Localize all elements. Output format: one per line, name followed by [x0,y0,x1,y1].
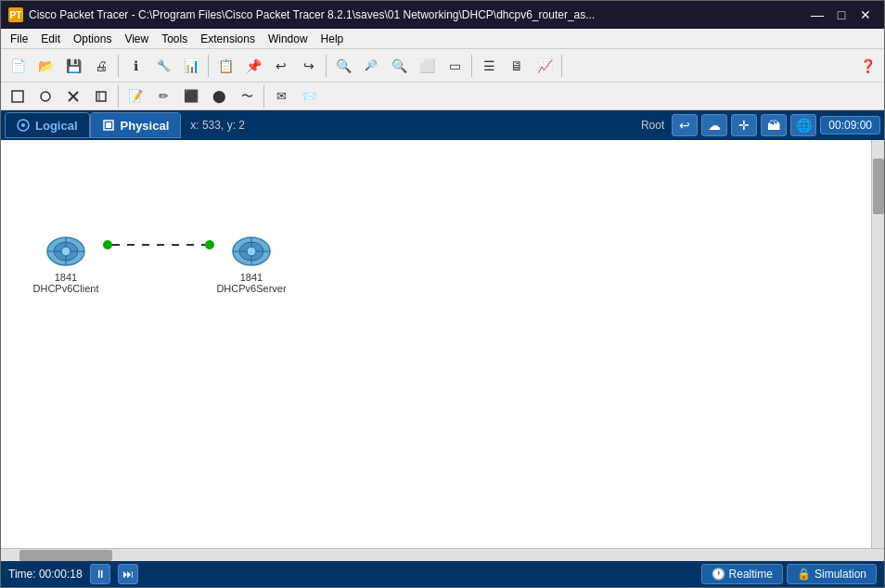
delete-button[interactable] [60,84,86,109]
copy-button[interactable]: 📋 [212,53,238,79]
simulation-label: Simulation [814,568,866,581]
logical-tab-icon [17,119,30,132]
status-bar: Time: 00:00:18 ⏸ ⏭ 🕐 Realtime 🔒 Simulati… [1,561,884,587]
timer-display: 00:09:00 [820,116,880,134]
fit-window-button[interactable]: ⬜ [414,53,440,79]
freehand-button[interactable]: 〜 [234,84,260,109]
toolbar-separator-1 [118,55,119,77]
pdu-button[interactable]: 📊 [178,53,204,79]
close-button[interactable]: ✕ [854,6,877,24]
svg-rect-0 [12,91,23,102]
toolbar-separator-3 [326,55,327,77]
router-svg-client [45,235,87,268]
menu-view[interactable]: View [119,31,154,47]
link-dot-right [205,240,214,249]
svg-rect-4 [96,92,106,101]
status-left: Time: 00:00:18 ⏸ ⏭ [8,564,138,584]
network-diagram: 1841 DHCPv6Client [29,233,289,294]
move-button[interactable]: ✛ [731,114,757,136]
device-dhcpv6server[interactable]: 1841 DHCPv6Server [214,233,289,294]
device-dhcpv6client[interactable]: 1841 DHCPv6Client [29,233,103,294]
horizontal-scroll-thumb[interactable] [19,550,112,561]
physical-tab-icon [102,119,115,132]
tab-physical[interactable]: Physical [90,112,182,138]
clock-icon: 🕐 [712,568,725,581]
network-button[interactable]: 🌐 [790,114,816,136]
canvas-and-scroll: 1841 DHCPv6Client [1,140,884,548]
physical-tab-label: Physical [121,119,170,133]
device-name-server: DHCPv6Server [216,283,286,294]
help-question-button[interactable]: ❓ [854,53,880,79]
window-title: Cisco Packet Tracer - C:\Program Files\C… [29,8,595,21]
forward-button[interactable]: ⏭ [118,564,138,584]
ellipse-button[interactable]: ⬤ [206,84,232,109]
print-button[interactable]: 🖨 [88,53,114,79]
svg-point-14 [61,247,71,256]
menu-edit[interactable]: Edit [35,31,66,47]
menu-help[interactable]: Help [315,31,350,47]
device-model-client: 1841 [55,272,77,283]
resize-button[interactable] [88,84,114,109]
menu-window[interactable]: Window [263,31,314,47]
app-icon: PT [8,7,23,22]
realtime-label: Realtime [729,568,773,581]
realtime-button[interactable]: 🕐 Realtime [701,564,783,584]
svg-point-1 [41,92,50,101]
info-button[interactable]: ℹ [122,53,148,79]
paste-button[interactable]: 📌 [240,53,266,79]
select-tool-button[interactable] [32,84,58,109]
router-icon-client [43,233,89,270]
maximize-button[interactable]: □ [830,6,853,24]
pdu2-button[interactable]: ☰ [476,53,502,79]
vertical-scrollbar[interactable] [871,140,884,548]
sim-icon: 🔒 [797,568,811,581]
landscape-button[interactable]: 🏔 [761,114,787,136]
undo-button[interactable]: ↩ [268,53,294,79]
menu-tools[interactable]: Tools [156,31,193,47]
zoom-button[interactable]: 🔎 [358,53,384,79]
status-right: 🕐 Realtime 🔒 Simulation [701,564,877,584]
inspect-button[interactable]: 🔧 [150,53,176,79]
pen-button[interactable]: ✏ [150,84,176,109]
menu-file[interactable]: File [5,31,33,47]
device-name-client: DHCPv6Client [33,283,99,294]
horizontal-scrollbar[interactable] [1,548,884,561]
back-button[interactable]: ↩ [672,114,698,136]
console-button[interactable]: 🖥 [504,53,530,79]
open-button[interactable]: 📂 [32,53,58,79]
tab-logical[interactable]: Logical [5,112,90,138]
canvas-wrapper: 1841 DHCPv6Client [1,140,884,561]
minimize-button[interactable]: — [806,6,828,24]
email-button[interactable]: ✉ [268,84,294,109]
simulation-button[interactable]: 🔒 Simulation [787,564,877,584]
note-button[interactable]: 📝 [122,84,148,109]
zoom-out-button[interactable]: 🔍 [386,53,412,79]
fit-button2[interactable]: ▭ [442,53,468,79]
redo-button[interactable]: ↪ [296,53,322,79]
nav-bar: Logical Physical x: 533, y: 2 Root ↩ ☁ ✛… [1,110,884,140]
svg-rect-9 [106,122,111,128]
graph-button[interactable]: 📈 [532,53,558,79]
cloud-button[interactable]: ☁ [701,114,727,136]
toolbar-separator-5 [561,55,562,77]
router-icon-server [228,233,275,270]
save-button[interactable]: 💾 [60,53,86,79]
network-canvas[interactable]: 1841 DHCPv6Client [1,140,884,548]
link-line [112,244,205,246]
play-pause-button[interactable]: ⏸ [90,564,110,584]
mode-separator-2 [263,85,264,108]
new-button[interactable]: 📄 [5,53,31,79]
toolbar-main: 📄 📂 💾 🖨 ℹ 🔧 📊 📋 📌 ↩ ↪ 🔍 🔎 🔍 ⬜ ▭ ☰ 🖥 📈 ❓ [1,49,884,83]
time-display: Time: 00:00:18 [8,568,83,581]
select-mode-button[interactable] [5,84,31,109]
router-svg-server [230,235,273,268]
envelope-button[interactable]: 📨 [296,84,322,109]
svg-point-19 [247,247,256,256]
toolbar-separator-2 [208,55,209,77]
zoom-in-button[interactable]: 🔍 [330,53,356,79]
root-label: Root [641,119,664,132]
menu-extensions[interactable]: Extensions [195,31,261,47]
rect-button[interactable]: ⬛ [178,84,204,109]
menu-options[interactable]: Options [68,31,117,47]
vertical-scroll-thumb[interactable] [873,159,884,214]
